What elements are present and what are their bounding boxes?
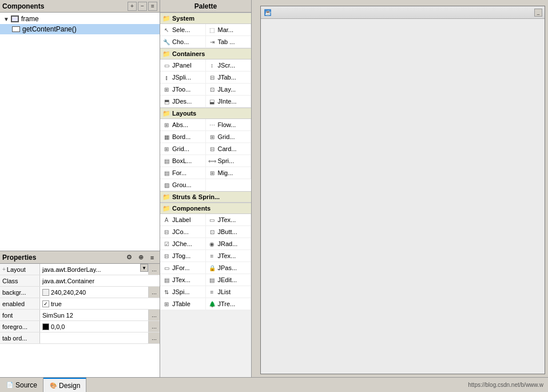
tab-source[interactable]: 📄 Source — [0, 378, 43, 392]
tree-toggle-frame[interactable]: ▼ — [2, 15, 10, 23]
marquee-icon: ⬚ — [208, 25, 217, 34]
prop-name-background: backgr... — [0, 287, 40, 298]
folder-icon-components: 📁 — [162, 204, 170, 212]
palette-item-jtext[interactable]: ▭ JTex... — [206, 214, 252, 226]
palette-item-jtoggle[interactable]: ⊟ JTog... — [160, 250, 206, 262]
palette-item-abs[interactable]: ⊞ Abs... — [160, 119, 206, 131]
window-minimize-btn[interactable]: _ — [534, 9, 542, 17]
props-icon-3[interactable]: ≡ — [147, 252, 157, 263]
palette-item-jtool[interactable]: ⊞ JToo... — [160, 84, 206, 96]
palette-item-jcombo[interactable]: ⊟ JCo... — [160, 226, 206, 238]
palette-item-group[interactable]: ▨ Grou... — [160, 179, 206, 191]
components-panel-header: Components + − ≡ — [0, 0, 160, 13]
prop-btn-layout[interactable]: … — [148, 264, 160, 275]
palette-item-jformatt[interactable]: ▭ JFor... — [160, 262, 206, 274]
palette-section-layouts-label: Layouts — [172, 110, 196, 117]
prop-row-layout: + Layout java.awt.BorderLay... ▼ … — [0, 264, 160, 275]
folder-icon-system: 📁 — [162, 14, 170, 22]
props-icon-1[interactable]: ⚙ — [124, 252, 134, 263]
palette-item-grid[interactable]: ⊞ Grid... — [206, 131, 252, 143]
prop-btn-background[interactable]: … — [148, 287, 160, 298]
palette-item-jtab[interactable]: ⊟ JTab... — [206, 72, 252, 84]
prop-btn-foreground[interactable]: … — [148, 321, 160, 332]
palette-item-jlabel[interactable]: A JLabel — [160, 214, 206, 226]
palette-item-marquee[interactable]: ⬚ Mar... — [206, 24, 252, 36]
enabled-checkbox[interactable]: ✓ — [42, 300, 49, 307]
prop-row-font: font SimSun 12 … — [0, 310, 160, 321]
prop-btn-taborder[interactable]: … — [148, 332, 160, 343]
components-menu-icon[interactable]: ≡ — [148, 2, 157, 11]
palette-item-jsplit[interactable]: ⫿ JSpli... — [160, 72, 206, 84]
canvas-content[interactable] — [261, 19, 545, 374]
palette-section-containers[interactable]: 📁 Containers — [160, 48, 251, 60]
palette-section-struts[interactable]: 📁 Struts & Sprin... — [160, 191, 251, 203]
palette-section-system-label: System — [172, 15, 194, 22]
palette-item-grid2[interactable]: ⊞ Grid... — [160, 143, 206, 155]
tree-item-content-pane[interactable]: getContentPane() — [0, 24, 160, 34]
jtool-icon: ⊞ — [162, 85, 171, 94]
palette-item-spring[interactable]: ⟺ Spri... — [206, 155, 252, 167]
design-tab-label: Design — [59, 382, 80, 390]
prop-dropdown-layout[interactable]: ▼ — [140, 264, 148, 272]
jspinner-icon: ⇅ — [162, 287, 171, 296]
design-canvas: ☕ _ — [260, 6, 545, 374]
palette-item-jtextarea[interactable]: ≡ JTex... — [206, 250, 252, 262]
palette-item-jlay[interactable]: ⊡ JLay... — [206, 84, 252, 96]
palette-header: Palette — [160, 0, 251, 13]
jeditor-icon: ▤ — [208, 275, 217, 284]
jscroll-icon: ↕ — [208, 61, 217, 70]
grid-icon: ⊞ — [208, 132, 217, 141]
palette-item-choose[interactable]: 🔧 Cho... — [160, 36, 206, 48]
palette-wrapper: 📁 System ↖ Sele... ⬚ Mar... 🔧 Cho... — [160, 13, 251, 377]
palette-section-system[interactable]: 📁 System — [160, 13, 251, 24]
prop-name-foreground: foregro... — [0, 321, 40, 332]
jlabel-icon: A — [162, 215, 171, 224]
prop-btn-font[interactable]: … — [148, 310, 160, 320]
props-icon-2[interactable]: ⊕ — [136, 252, 146, 263]
palette-section-components[interactable]: 📁 Components — [160, 203, 251, 214]
jinte-icon: ⬓ — [208, 97, 217, 106]
palette-item-jcheck[interactable]: ☑ JChe... — [160, 238, 206, 250]
palette-item-jradio[interactable]: ◉ JRad... — [206, 238, 252, 250]
palette-item-jtextpane[interactable]: ▤ JTex... — [160, 274, 206, 286]
palette-item-jinte[interactable]: ⬓ JInte... — [206, 96, 252, 108]
palette-item-mig[interactable]: ⊞ Mig... — [206, 167, 252, 179]
jtoggle-icon: ⊟ — [162, 251, 171, 260]
palette-item-select[interactable]: ↖ Sele... — [160, 24, 206, 36]
components-remove-icon[interactable]: − — [138, 2, 147, 11]
box-icon: ▤ — [162, 156, 171, 165]
palette-item-tab[interactable]: ⇥ Tab ... — [206, 36, 252, 48]
palette-item-jlist[interactable]: ≡ JList — [206, 286, 252, 298]
bottom-bar: 📄 Source 🎨 Design https://blog.csdn.net/… — [0, 377, 548, 392]
palette-item-card[interactable]: ⊟ Card... — [206, 143, 252, 155]
tree-item-frame[interactable]: ▼ frame — [0, 14, 160, 24]
prop-name-enabled: enabled — [0, 298, 40, 309]
palette-section-layouts[interactable]: 📁 Layouts — [160, 108, 251, 119]
palette-item-box[interactable]: ▤ BoxL... — [160, 155, 206, 167]
components-panel-icons: + − ≡ — [128, 2, 157, 11]
group-icon: ▨ — [162, 180, 171, 189]
palette-item-jpanel[interactable]: ▭ JPanel — [160, 60, 206, 72]
palette-item-form[interactable]: ▤ For... — [160, 167, 206, 179]
tab-design[interactable]: 🎨 Design — [43, 378, 86, 392]
palette-item-jtree[interactable]: 🌲 JTre... — [206, 298, 252, 310]
form-icon: ▤ — [162, 168, 171, 177]
palette-item-jscroll[interactable]: ↕ JScr... — [206, 60, 252, 72]
palette-item-jeditor[interactable]: ▤ JEdit... — [206, 274, 252, 286]
palette-item-jbutton[interactable]: ⊡ JButt... — [206, 226, 252, 238]
cursor-icon: ↖ — [162, 25, 171, 34]
jtext-icon: ▭ — [208, 215, 217, 224]
palette-item-jspinner[interactable]: ⇅ JSpi... — [160, 286, 206, 298]
jcheck-icon: ☑ — [162, 239, 171, 248]
palette-item-jpassword[interactable]: 🔒 JPas... — [206, 262, 252, 274]
abs-icon: ⊞ — [162, 120, 171, 129]
components-tree: ▼ frame getContentPane() — [0, 13, 160, 251]
palette-item-border[interactable]: ▦ Bord... — [160, 131, 206, 143]
palette-item-flow[interactable]: ⋯ Flow... — [206, 119, 252, 131]
palette-item-jtable[interactable]: ⊞ JTable — [160, 298, 206, 310]
components-add-icon[interactable]: + — [128, 2, 137, 11]
prop-name-class: Class — [0, 275, 40, 286]
palette-section-components-label: Components — [172, 205, 211, 212]
palette-item-jdes[interactable]: ⬒ JDes... — [160, 96, 206, 108]
palette-content[interactable]: 📁 System ↖ Sele... ⬚ Mar... 🔧 Cho... — [160, 13, 251, 377]
